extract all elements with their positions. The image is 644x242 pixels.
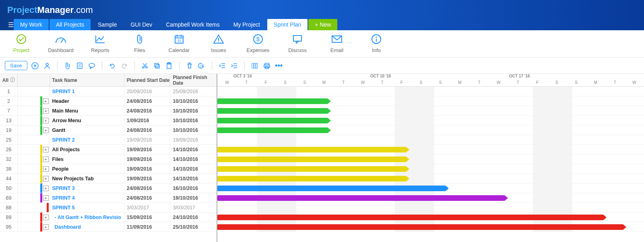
start-date[interactable]: 19/09/2016	[124, 135, 171, 144]
task-name[interactable]: SPRINT 5	[50, 203, 124, 212]
table-row[interactable]: 50+SPRINT 324/08/201616/10/2016	[0, 184, 217, 193]
finish-date[interactable]: 19/10/2016	[170, 193, 217, 202]
col-task-name[interactable]: Task Name	[50, 74, 124, 86]
gantt-bar[interactable]	[217, 108, 328, 114]
finish-date[interactable]: 14/10/2016	[170, 145, 217, 154]
add-icon[interactable]	[31, 61, 39, 70]
task-name[interactable]: Arrow Menu	[50, 116, 124, 125]
nav-issues[interactable]: Issues	[204, 33, 233, 57]
table-row[interactable]: 38+People19/09/201614/10/2016	[0, 164, 217, 174]
start-date[interactable]: 1/09/2016	[124, 116, 171, 125]
start-date[interactable]: 19/09/2016	[124, 154, 171, 164]
nav-email[interactable]: Email	[323, 33, 351, 57]
start-date[interactable]: 11/09/2016	[124, 222, 171, 232]
table-row[interactable]: 95+Dashboard11/09/201625/10/2016	[0, 222, 217, 232]
task-name[interactable]: SPRINT 4	[50, 193, 124, 202]
task-name[interactable]: SPRINT 1	[50, 87, 124, 96]
expand-icon[interactable]: +	[43, 98, 49, 104]
gantt-bar[interactable]	[217, 176, 407, 182]
finish-date[interactable]: 25/10/2016	[170, 222, 217, 232]
table-row[interactable]: 69+SPRINT 424/08/201619/10/2016	[0, 193, 217, 203]
cut-icon[interactable]	[140, 61, 149, 70]
save-button[interactable]: Save	[5, 61, 27, 70]
expand-icon[interactable]: +	[43, 195, 49, 201]
nav-project[interactable]: Project	[7, 33, 35, 57]
finish-date[interactable]: 16/10/2016	[170, 184, 217, 193]
nav-discuss[interactable]: Discuss	[283, 33, 312, 57]
task-name[interactable]: Dashboard	[50, 222, 124, 232]
finish-date[interactable]: 24/10/2016	[170, 213, 217, 222]
expand-icon[interactable]: +	[43, 224, 49, 230]
tab-gui-dev[interactable]: GUI Dev	[124, 19, 159, 30]
expand-icon[interactable]: +	[43, 156, 49, 162]
start-date[interactable]: 24/08/2016	[124, 96, 171, 106]
expand-icon[interactable]: +	[43, 118, 49, 123]
redo-icon[interactable]	[120, 61, 129, 70]
comment-icon[interactable]	[87, 61, 96, 70]
gantt-bar[interactable]	[217, 98, 328, 104]
start-date[interactable]: 24/08/2016	[124, 184, 171, 193]
start-date[interactable]: 24/08/2016	[124, 106, 171, 115]
attach-icon[interactable]	[63, 61, 72, 70]
finish-date[interactable]: 10/10/2016	[170, 106, 217, 115]
start-date[interactable]: 20/09/2016	[124, 87, 171, 96]
task-name[interactable]: Gantt	[50, 125, 124, 135]
expand-icon[interactable]: +	[43, 186, 49, 191]
nav-reports[interactable]: Reports	[86, 33, 114, 57]
table-row[interactable]: 25SPRINT 219/09/201619/09/2016	[0, 135, 217, 145]
expand-icon[interactable]: +	[43, 147, 49, 152]
nav-calendar[interactable]: 31 Calendar	[165, 33, 193, 57]
columns-icon[interactable]	[250, 61, 259, 70]
finish-date[interactable]: 25/09/2016	[170, 87, 217, 96]
start-date[interactable]: 19/09/2016	[124, 174, 171, 183]
tab-campbell[interactable]: Campbell Work Items	[159, 19, 226, 30]
finish-date[interactable]: 3/03/2017	[170, 203, 217, 212]
start-date[interactable]: 24/08/2016	[124, 125, 171, 135]
table-row[interactable]: 26+All Projects19/09/201614/10/2016	[0, 145, 217, 154]
expand-icon[interactable]: +	[43, 176, 49, 182]
nav-expenses[interactable]: $ Expenses	[244, 33, 272, 57]
table-row[interactable]: 7+Main Menu24/08/201610/10/2016	[0, 106, 217, 116]
finish-date[interactable]: 19/09/2016	[170, 135, 217, 144]
nav-info[interactable]: Info	[362, 33, 390, 57]
table-row[interactable]: 1SPRINT 120/09/201625/09/2016	[0, 87, 217, 96]
timeline[interactable]: OCT 3 '16 OCT 10 '16 OCT 17 '16 WTFSSMTW…	[217, 74, 644, 242]
notes-icon[interactable]	[75, 61, 84, 70]
gantt-bar[interactable]	[217, 118, 328, 123]
tab-my-work[interactable]: My Work	[14, 19, 49, 30]
tab-new[interactable]: + New	[308, 19, 337, 30]
gantt-bar[interactable]	[217, 186, 446, 191]
finish-date[interactable]: 10/10/2016	[170, 116, 217, 125]
start-date[interactable]: 3/03/2017	[124, 203, 171, 212]
start-date[interactable]: 19/09/2016	[124, 145, 171, 154]
undo-icon[interactable]	[108, 61, 117, 70]
finish-date[interactable]: 14/10/2016	[170, 154, 217, 164]
task-name[interactable]: Files	[50, 154, 124, 164]
expand-icon[interactable]: +	[43, 215, 49, 220]
delete-icon[interactable]	[185, 61, 194, 70]
gantt-bar[interactable]	[217, 147, 407, 152]
more-icon[interactable]: •••	[275, 61, 283, 70]
table-row[interactable]: 13+Arrow Menu1/09/201610/10/2016	[0, 116, 217, 125]
table-row[interactable]: 19+Gantt24/08/201610/10/2016	[0, 125, 217, 135]
task-name[interactable]: SPRINT 3	[50, 184, 124, 193]
table-row[interactable]: 89+- Alt Gantt + Ribbon Revisio15/09/201…	[0, 213, 217, 222]
start-date[interactable]: 24/08/2016	[124, 193, 171, 202]
menu-icon[interactable]: ☰	[4, 21, 14, 29]
gantt-bar[interactable]	[217, 166, 407, 172]
task-name[interactable]: People	[50, 164, 124, 173]
print-icon[interactable]	[262, 61, 271, 70]
gantt-bar[interactable]	[217, 127, 328, 133]
table-row[interactable]: 2+Header24/08/201610/10/2016	[0, 96, 217, 106]
task-name[interactable]: Header	[50, 96, 124, 106]
outdent-icon[interactable]	[218, 61, 227, 70]
col-start-date[interactable]: Planned Start Date	[124, 74, 171, 86]
task-name[interactable]: Main Menu	[50, 106, 124, 115]
person-icon[interactable]	[43, 61, 52, 70]
expand-icon[interactable]: +	[43, 127, 49, 133]
gantt-bar[interactable]	[217, 224, 623, 230]
col-finish-date[interactable]: Planned Finish Date	[170, 74, 217, 86]
task-name[interactable]: - Alt Gantt + Ribbon Revisio	[50, 213, 124, 222]
indent-icon[interactable]	[230, 61, 239, 70]
start-date[interactable]: 15/09/2016	[124, 213, 171, 222]
